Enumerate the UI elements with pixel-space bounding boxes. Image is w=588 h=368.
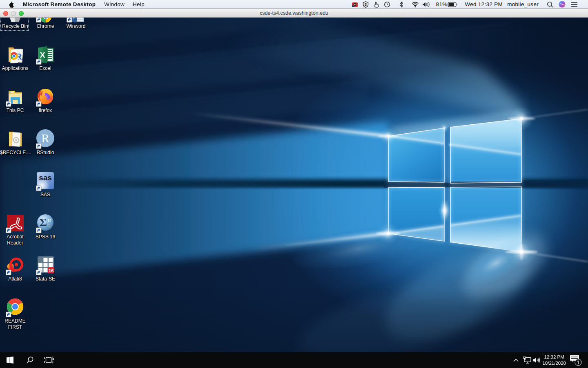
svg-text:S: S [364,2,367,7]
svg-text:sas: sas [39,173,52,182]
svg-text:÷: ÷ [47,223,50,229]
svg-text:α: α [48,216,51,223]
svg-text:R: R [41,132,49,145]
svg-text:16: 16 [49,268,53,273]
svg-text:Σ: Σ [40,216,47,229]
svg-text:X: X [40,51,45,59]
svg-text:1: 1 [577,360,580,366]
